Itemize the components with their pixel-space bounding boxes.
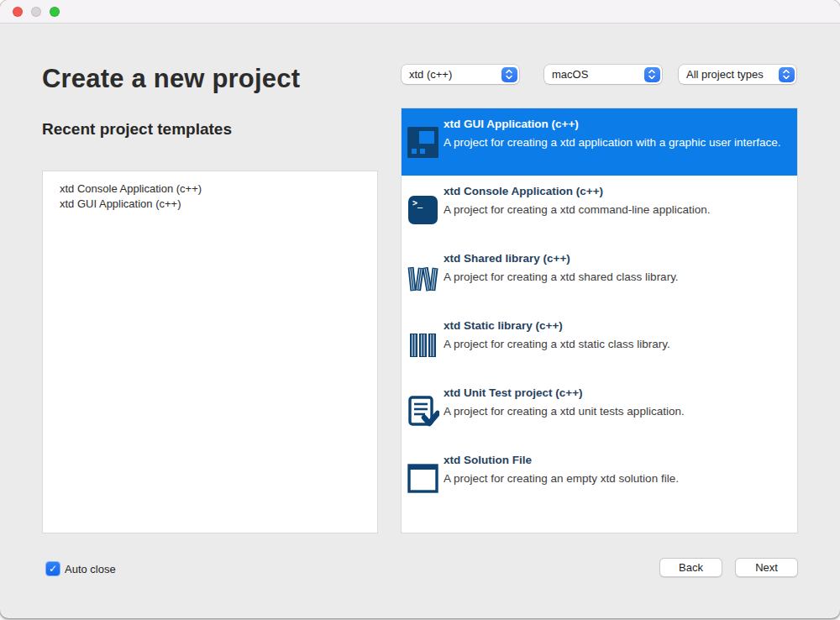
recent-item-gui[interactable]: xtd GUI Application (c++) — [60, 197, 377, 212]
checkmark-icon: ✓ — [49, 563, 57, 575]
close-window-button[interactable] — [13, 7, 23, 17]
auto-close-label: Auto close — [65, 563, 116, 575]
static-library-icon — [407, 328, 439, 360]
template-description: A project for creating a xtd command-lin… — [444, 202, 790, 217]
stepper-icon — [501, 67, 517, 82]
svg-text:>_: >_ — [412, 198, 423, 208]
page-title: Create a new project — [42, 64, 300, 94]
shared-library-icon — [407, 260, 439, 293]
unit-test-icon — [407, 395, 439, 428]
platform-dropdown-value: macOS — [552, 68, 588, 81]
template-title: xtd Console Application (c++) — [444, 184, 790, 198]
template-description: A project for creating a xtd shared clas… — [444, 270, 790, 284]
template-description: A project for creating a xtd unit tests … — [444, 404, 790, 418]
template-row-solution-file[interactable]: xtd Solution File A project for creating… — [402, 444, 797, 512]
template-description: A project for creating a xtd application… — [444, 135, 790, 150]
template-title: xtd Unit Test project (c++) — [444, 386, 790, 400]
minimize-window-button[interactable] — [31, 7, 41, 17]
template-row-gui-application[interactable]: xtd GUI Application (c++) A project for … — [402, 108, 797, 176]
gui-application-icon — [407, 126, 439, 159]
project-type-dropdown-value: All project types — [686, 68, 764, 81]
template-row-static-library[interactable]: xtd Static library (c++) A project for c… — [402, 310, 797, 377]
template-title: xtd GUI Application (c++) — [444, 117, 790, 131]
template-row-unit-test[interactable]: xtd Unit Test project (c++) A project fo… — [402, 377, 797, 444]
solution-file-icon — [407, 462, 439, 495]
auto-close-checkbox[interactable]: ✓ — [46, 562, 60, 575]
template-description: A project for creating a xtd static clas… — [444, 337, 790, 351]
template-row-console-application[interactable]: >_ xtd Console Application (c++) A proje… — [402, 176, 797, 243]
template-title: xtd Solution File — [444, 453, 790, 467]
create-project-window: Create a new project xtd (c++) macOS All… — [0, 0, 840, 618]
template-title: xtd Shared library (c++) — [444, 251, 790, 265]
auto-close-checkbox-row[interactable]: ✓ Auto close — [46, 561, 116, 576]
stepper-icon — [644, 67, 660, 82]
recent-templates-heading: Recent project templates — [42, 120, 232, 139]
project-type-dropdown[interactable]: All project types — [679, 65, 796, 84]
recent-item-console[interactable]: xtd Console Application (c++) — [60, 181, 377, 197]
language-dropdown-value: xtd (c++) — [409, 68, 452, 81]
titlebar[interactable] — [0, 0, 840, 24]
template-title: xtd Static library (c++) — [444, 318, 790, 333]
language-dropdown[interactable]: xtd (c++) — [402, 65, 519, 84]
back-button[interactable]: Back — [659, 558, 722, 577]
template-list[interactable]: xtd GUI Application (c++) A project for … — [401, 108, 798, 533]
zoom-window-button[interactable] — [50, 7, 60, 17]
template-description: A project for creating an empty xtd solu… — [444, 471, 790, 486]
recent-templates-list[interactable]: xtd Console Application (c++) xtd GUI Ap… — [42, 171, 378, 533]
template-row-shared-library[interactable]: xtd Shared library (c++) A project for c… — [402, 243, 797, 310]
console-application-icon: >_ — [407, 193, 439, 226]
next-button[interactable]: Next — [735, 558, 798, 577]
platform-dropdown[interactable]: macOS — [544, 65, 662, 84]
stepper-icon — [779, 67, 795, 82]
